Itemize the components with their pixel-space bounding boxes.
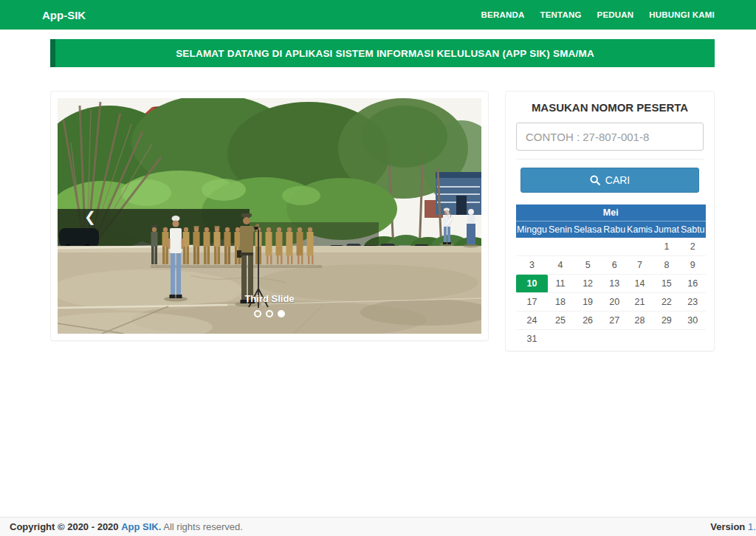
nav-link-beranda[interactable]: BERANDA [481,10,525,19]
footer: Copyright © 2020 - 2020 App SIK. All rig… [0,517,756,536]
calendar-table: Mei MingguSeninSelasaRabuKamisJumatSabtu… [516,205,706,348]
carousel: ❮ ❯ Third Slide [58,98,481,334]
calendar-week-row: 3456789 [516,256,706,275]
nav-link-peduan[interactable]: PEDUAN [597,10,634,19]
nomor-peserta-input[interactable] [516,123,704,151]
welcome-banner: SELAMAT DATANG DI APLIKASI SISTEM INFORM… [50,39,715,67]
calendar-week-row: 31 [516,330,706,348]
calendar-day-cell[interactable]: 6 [602,256,626,275]
footer-copyright: Copyright © 2020 - 2020 App SIK. All rig… [10,521,243,532]
calendar-day-cell[interactable]: 1 [653,238,680,256]
search-card: MASUKAN NOMOR PESERTA CARI Mei MingguSen… [505,91,715,351]
cari-button[interactable]: CARI [520,168,699,193]
carousel-next-button[interactable]: ❯ [443,207,455,224]
calendar-weekday: Minggu [516,221,548,238]
carousel-indicator[interactable] [266,310,273,317]
calendar-weekday: Rabu [602,221,626,238]
calendar-day-cell[interactable]: 8 [653,256,680,275]
calendar-weekday: Senin [548,221,573,238]
carousel-caption: Third Slide [58,293,481,304]
carousel-indicators [58,310,481,317]
chevron-right-icon: ❯ [443,208,455,224]
calendar-weekday: Selasa [573,221,602,238]
calendar-weekday: Jumat [653,221,680,238]
calendar-empty-cell [680,330,706,348]
calendar-week-row: 10111213141516 [516,275,706,293]
calendar-day-cell[interactable]: 12 [573,275,602,293]
calendar-day-cell[interactable]: 27 [602,312,626,330]
carousel-indicator[interactable] [278,310,285,317]
nav-link-hubungi-kami[interactable]: HUBUNGI KAMI [649,10,715,19]
calendar-day-cell[interactable]: 3 [516,256,548,275]
calendar-day-cell[interactable]: 25 [548,312,573,330]
calendar-day-cell[interactable]: 18 [548,293,573,312]
calendar-empty-cell [573,238,602,256]
calendar-day-cell[interactable]: 14 [626,275,653,293]
top-navbar: App-SIK BERANDA TENTANG PEDUAN HUBUNGI K… [0,0,756,30]
calendar-day-cell[interactable]: 30 [680,312,706,330]
calendar-weekday: Sabtu [680,221,706,238]
search-icon [590,175,600,185]
calendar-day-cell[interactable]: 10 [516,275,548,293]
calendar-day-cell[interactable]: 23 [680,293,706,312]
footer-version: Version 1.0 [710,521,756,532]
calendar-day-cell[interactable]: 16 [680,275,706,293]
calendar-day-cell[interactable]: 7 [626,256,653,275]
calendar-week-row: 12 [516,238,706,256]
calendar-day-cell[interactable]: 17 [516,293,548,312]
calendar-empty-cell [626,238,653,256]
carousel-card: ❮ ❯ Third Slide [50,91,489,341]
calendar-day-cell[interactable]: 11 [548,275,573,293]
calendar-day-cell[interactable]: 5 [573,256,602,275]
calendar-widget: Mei MingguSeninSelasaRabuKamisJumatSabtu… [516,205,704,348]
calendar-day-cell[interactable]: 20 [602,293,626,312]
calendar-day-cell[interactable]: 22 [653,293,680,312]
navbar-brand[interactable]: App-SIK [42,9,86,21]
calendar-day-cell[interactable]: 26 [573,312,602,330]
calendar-empty-cell [602,330,626,348]
calendar-day-cell[interactable]: 21 [626,293,653,312]
calendar-week-row: 17181920212223 [516,293,706,312]
search-heading: MASUKAN NOMOR PESERTA [516,101,704,114]
nav-link-tentang[interactable]: TENTANG [540,10,581,19]
calendar-day-cell[interactable]: 9 [680,256,706,275]
calendar-day-cell[interactable]: 31 [516,330,548,348]
copyright-text: Copyright © 2020 - 2020 [10,521,119,532]
calendar-empty-cell [548,238,573,256]
calendar-empty-cell [573,330,602,348]
cari-button-label: CARI [605,174,630,186]
divider [516,159,704,159]
footer-brand-link[interactable]: App SIK. [121,521,161,532]
calendar-empty-cell [602,238,626,256]
version-value: 1.0 [748,521,756,532]
calendar-day-cell[interactable]: 2 [680,238,706,256]
calendar-day-cell[interactable]: 29 [653,312,680,330]
calendar-day-cell[interactable]: 4 [548,256,573,275]
calendar-day-cell[interactable]: 24 [516,312,548,330]
calendar-weekday: Kamis [626,221,653,238]
calendar-empty-cell [626,330,653,348]
calendar-week-row: 24252627282930 [516,312,706,330]
calendar-empty-cell [548,330,573,348]
version-label: Version [710,521,745,532]
calendar-day-cell[interactable]: 19 [573,293,602,312]
calendar-weekday-row: MingguSeninSelasaRabuKamisJumatSabtu [516,221,706,238]
carousel-indicator[interactable] [254,310,261,317]
carousel-prev-button[interactable]: ❮ [84,207,96,224]
rights-text: All rights reserved. [163,521,243,532]
calendar-day-cell[interactable]: 15 [653,275,680,293]
calendar-empty-cell [653,330,680,348]
chevron-left-icon: ❮ [84,208,96,224]
calendar-day-cell[interactable]: 13 [602,275,626,293]
calendar-month-header[interactable]: Mei [516,205,706,221]
calendar-day-cell[interactable]: 28 [626,312,653,330]
welcome-banner-text: SELAMAT DATANG DI APLIKASI SISTEM INFORM… [176,48,594,59]
calendar-empty-cell [516,238,548,256]
navbar-links: BERANDA TENTANG PEDUAN HUBUNGI KAMI [481,10,715,19]
